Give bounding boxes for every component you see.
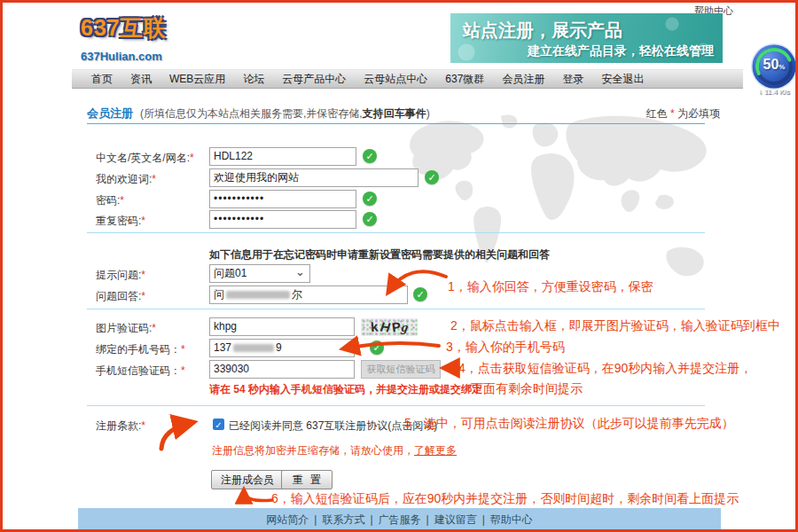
- name-input[interactable]: HDL122: [209, 147, 356, 166]
- privacy-note: 注册信息将加密并压缩存储，请放心使用，了解更多: [212, 443, 457, 458]
- annotation-4b: 下面有剩余时间提示: [471, 381, 583, 397]
- site-logo[interactable]: 637互联 637Hulian.com: [81, 13, 167, 63]
- chevron-down-icon: ⌄: [295, 263, 305, 280]
- page-title: 会员注册: [87, 106, 133, 121]
- annotation-3: 3，输入你的手机号码: [446, 340, 565, 356]
- nav-item-home[interactable]: 首页: [82, 72, 121, 87]
- section-divider-1: [87, 232, 705, 233]
- reset-button[interactable]: 重置: [281, 470, 332, 489]
- page-frame: 帮助中心 广告 637互联 637Hulian.com 站点注册，展示产品 建立…: [0, 0, 798, 532]
- annotation-1: 1，输入你回答，方便重设密码，保密: [448, 279, 653, 295]
- captcha-char: g: [400, 318, 409, 336]
- phone-label: 绑定的手机号码：*: [96, 342, 185, 357]
- section-divider-3: [87, 405, 705, 406]
- nav-item-safe-logout[interactable]: 安全退出: [592, 72, 653, 87]
- required-note: 红色 * 为必填项: [646, 106, 720, 121]
- banner-subline: 建立在线产品目录，轻松在线管理: [450, 43, 723, 59]
- terms-label: 注册条款:*: [96, 419, 145, 434]
- name-valid-check-icon: ✓: [363, 149, 377, 163]
- answer-input[interactable]: 问尔: [209, 286, 408, 304]
- sms-label: 手机短信验证码：*: [96, 364, 185, 379]
- annotation-4: 4，点击获取短信验证码，在90秒内输入并提交注册，: [458, 361, 752, 377]
- welcome-label: 我的欢迎词:*: [96, 172, 156, 187]
- footer-link-feedback[interactable]: 建议留言: [434, 513, 477, 526]
- password-input[interactable]: •••••••••••: [209, 190, 356, 208]
- annotation-arrow-5: [161, 423, 191, 449]
- footer-bar: 网站简介|联系方式|广告服务|建议留言|帮助中心: [78, 508, 721, 531]
- annotation-arrow-3: [345, 343, 439, 348]
- register-submit-button[interactable]: 注册成会员: [211, 470, 284, 489]
- captcha-label: 图片验证码:*: [96, 321, 156, 336]
- password-valid-check-icon: ✓: [363, 192, 377, 206]
- header-divider: [87, 123, 705, 124]
- welcome-input[interactable]: 欢迎使用我的网站: [209, 168, 419, 187]
- redacted-phone: [233, 344, 274, 352]
- terms-checkbox[interactable]: ✓: [213, 419, 224, 430]
- nav-item-product-center[interactable]: 云母产品中心: [273, 72, 355, 87]
- nav-item-member-register[interactable]: 会员注册: [493, 72, 553, 87]
- nav-item-news[interactable]: 资讯: [121, 72, 160, 87]
- annotation-5: 5，选中，可用点击阅读注册协议（此步可以提前事先完成）: [404, 416, 734, 432]
- captcha-char: k: [370, 318, 379, 336]
- footer-separator: |: [314, 513, 317, 526]
- footer-link-about[interactable]: 网站简介: [266, 513, 309, 526]
- phone-valid-check-icon: ✓: [370, 340, 384, 355]
- learn-more-link[interactable]: 了解更多: [414, 444, 457, 457]
- answer-valid-check-icon: ✓: [413, 287, 427, 301]
- footer-link-contact[interactable]: 联系方式: [322, 513, 364, 526]
- sms-input[interactable]: 339030: [209, 360, 355, 379]
- password2-label: 重复密码:*: [96, 214, 145, 229]
- welcome-valid-check-icon: ✓: [425, 170, 439, 184]
- footer-link-ad-service[interactable]: 广告服务: [379, 513, 421, 526]
- password2-input[interactable]: •••••••••••: [209, 210, 356, 229]
- annotation-arrow-6: [244, 491, 272, 501]
- password2-valid-check-icon: ✓: [363, 212, 377, 226]
- sms-countdown-text: 请在 54 秒内输入手机短信验证码，并提交注册或提交绑定: [209, 382, 482, 397]
- footer-link-help[interactable]: 帮助中心: [490, 513, 533, 526]
- promo-banner[interactable]: 站点注册，展示产品 建立在线产品目录，轻松在线管理: [450, 13, 723, 63]
- get-sms-code-button[interactable]: 获取短信验证码: [361, 360, 441, 379]
- footer-separator: |: [426, 513, 429, 526]
- section-divider-2: [87, 309, 705, 309]
- nav-item-637-group[interactable]: 637微群: [436, 72, 493, 87]
- password-label: 密码:*: [96, 193, 124, 208]
- nav-item-login[interactable]: 登录: [553, 72, 592, 87]
- captcha-input[interactable]: khpg: [209, 317, 355, 336]
- download-percent: 50%: [749, 57, 798, 73]
- annotation-2: 2，鼠标点击输入框，即展开图片验证码，输入验证码到框中: [450, 318, 780, 334]
- annotation-6: 6，输入短信验证码后，应在90秒内并提交注册，否则时间超时，剩余时间看上面提示: [271, 491, 739, 507]
- question-select[interactable]: 问题01⌄: [209, 264, 310, 283]
- logo-title: 637互联: [81, 13, 167, 43]
- captcha-char: H: [379, 318, 391, 336]
- nav-item-web-cloud-apps[interactable]: WEB云应用: [160, 72, 234, 87]
- footer-separator: |: [482, 513, 485, 526]
- nav-item-site-center[interactable]: 云母站点中心: [355, 72, 436, 87]
- page-subtitle: (所填信息仅为本站点相关服务需要,并保密存储,支持回车事件): [140, 106, 430, 121]
- main-nav: 首页 资讯 WEB云应用 论坛 云母产品中心 云母站点中心 637微群 会员注册…: [72, 69, 743, 89]
- phone-input[interactable]: 1379: [209, 339, 355, 357]
- password-recovery-hint: 如下信息用于在忘记密码时申请重新设置密码需要提供的相关问题和回答: [209, 247, 550, 262]
- answer-label: 问题回答:*: [96, 289, 145, 304]
- down-arrow-icon: ↓: [759, 88, 763, 96]
- captcha-image[interactable]: kHPg: [361, 318, 418, 336]
- download-speed: ↓ 11.4 K/s: [749, 88, 798, 96]
- download-progress-widget[interactable]: 50% ↓ 11.4 K/s: [749, 42, 798, 106]
- banner-headline: 站点注册，展示产品: [450, 13, 723, 43]
- name-label: 中文名/英文名/网名:*: [96, 151, 194, 166]
- question-label: 提示问题:*: [96, 268, 145, 283]
- redacted-answer: [226, 291, 290, 299]
- logo-domain: 637Hulian.com: [81, 50, 167, 63]
- footer-separator: |: [370, 513, 372, 526]
- nav-item-forum[interactable]: 论坛: [234, 72, 273, 87]
